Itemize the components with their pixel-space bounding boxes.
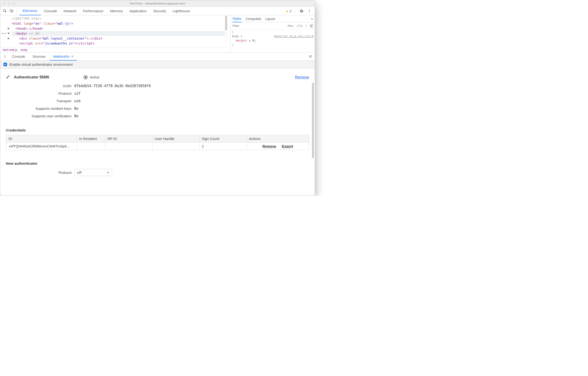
tab-security[interactable]: Security [150, 7, 169, 15]
svg-point-7 [4, 56, 5, 57]
inspect-icon[interactable] [2, 8, 8, 14]
expand-icon[interactable] [8, 37, 10, 40]
new-auth-heading: New authenticator [6, 161, 309, 166]
styles-filter-input[interactable] [233, 24, 284, 28]
credentials-heading: Credentials [6, 128, 309, 132]
tab-console[interactable]: Console [41, 7, 60, 15]
styles-body[interactable]: } body { material.te…k.min.css:8 margin:… [231, 30, 315, 52]
cls-button[interactable]: .cls [296, 24, 302, 28]
srk-label: Supports resident keys [6, 106, 74, 111]
protocol-label: Protocol [6, 91, 74, 95]
svg-point-8 [4, 57, 5, 58]
window-scrollbar[interactable] [311, 24, 314, 193]
styles-tab-computed[interactable]: Computed [246, 15, 261, 22]
titlebar: DevTools - webauthndemo.appspot.com/ [0, 0, 315, 7]
warning-count: 3 [289, 9, 291, 13]
styles-tab-styles[interactable]: Styles [233, 15, 241, 22]
brace: } [232, 43, 313, 47]
dom-scrollbar[interactable] [225, 15, 227, 42]
edit-icon[interactable] [6, 75, 10, 80]
breadcrumb: html.mdl-js body [0, 47, 230, 52]
remove-authenticator-link[interactable]: Remove [295, 75, 309, 79]
warning-badge[interactable]: ▲ 3 [286, 9, 291, 13]
styles-tabs: Styles Computed Layout » [231, 15, 315, 22]
drawer-tab-sources[interactable]: Sources [29, 52, 49, 61]
dom-tree-panel: <!DOCTYPE html> <html lang="en" class="m… [0, 15, 230, 52]
cred-id: +bfTQHHRzKOfhilMnvIvCIkWTm5p9… [6, 143, 77, 150]
selection-dots: ••• [1, 31, 6, 36]
th-resident[interactable]: Is Resident [77, 135, 105, 143]
styles-more-icon[interactable]: » [311, 15, 313, 22]
styles-selector: body { [232, 34, 242, 38]
hov-button[interactable]: :hov [287, 24, 293, 28]
authenticator-header: Authenticator 958f6 Active Remove [6, 75, 309, 80]
new-auth-protocol-row: Protocol u2f ▼ [6, 169, 309, 176]
drawer-tab-webauthn[interactable]: WebAuthn✕ [50, 52, 77, 61]
divider [295, 9, 295, 13]
th-id[interactable]: ID [6, 135, 77, 143]
prop-name[interactable]: margin [236, 39, 246, 42]
tab-memory[interactable]: Memory [107, 7, 126, 15]
suv-label: Supports user verification [6, 114, 74, 118]
warning-icon: ▲ [286, 9, 289, 13]
drawer-kebab-icon[interactable] [2, 53, 8, 60]
active-radio[interactable]: Active [84, 75, 99, 79]
drawer-tab-console[interactable]: Console [9, 52, 28, 61]
cred-sign-count: 2 [199, 143, 247, 150]
tab-performance[interactable]: Performance [80, 7, 107, 15]
tab-application[interactable]: Application [126, 7, 150, 15]
cred-actions: Remove Export [247, 143, 309, 150]
active-label: Active [90, 75, 99, 79]
devtools-window: DevTools - webauthndemo.appspot.com/ Ele… [0, 0, 315, 196]
main-tabs: Elements Console Network Performance Mem… [18, 7, 285, 15]
cred-remove-link[interactable]: Remove [262, 144, 276, 148]
styles-source-link[interactable]: material.te…k.min.css:8 [274, 34, 313, 38]
tab-lighthouse[interactable]: Lighthouse [169, 7, 193, 15]
new-auth-protocol-select[interactable]: u2f ▼ [74, 169, 112, 176]
styles-tab-layout[interactable]: Layout [265, 15, 275, 22]
tabbar-right: ▲ 3 [286, 8, 313, 14]
styles-filter-row: :hov .cls ＋ ◧ [231, 22, 315, 30]
svg-point-5 [309, 12, 310, 12]
svg-point-6 [4, 55, 5, 56]
uuid-value: 07b4db54-7538-4f78-8a36-9bd387d958f6 [74, 84, 151, 88]
transport-value: usb [74, 99, 81, 103]
th-user-handle[interactable]: User Handle [152, 135, 199, 143]
breadcrumb-item[interactable]: html.mdl-js [3, 48, 17, 52]
srk-value: No [74, 106, 78, 111]
styles-panel: Styles Computed Layout » :hov .cls ＋ ◧ }… [230, 15, 315, 52]
tab-network[interactable]: Network [60, 7, 80, 15]
prop-value[interactable]: 0; [253, 39, 256, 42]
collapse-icon[interactable] [8, 33, 10, 34]
add-rule-icon[interactable]: ＋ [305, 24, 308, 28]
tab-elements[interactable]: Elements [19, 7, 41, 15]
select-value: u2f [77, 171, 81, 174]
breadcrumb-item[interactable]: body [21, 48, 27, 52]
th-rpid[interactable]: RP ID [105, 135, 152, 143]
divider [16, 9, 17, 13]
dom-tree[interactable]: <!DOCTYPE html> <html lang="en" class="m… [0, 15, 230, 47]
th-actions: Actions [247, 135, 309, 143]
expand-icon[interactable]: ▶ [249, 39, 251, 42]
kebab-icon[interactable] [306, 8, 312, 14]
transport-label: Transport [6, 99, 74, 103]
gear-icon[interactable] [298, 8, 304, 14]
expand-icon[interactable] [8, 27, 10, 30]
close-tab-icon[interactable]: ✕ [71, 55, 74, 58]
device-toggle-icon[interactable] [8, 8, 14, 14]
svg-rect-1 [10, 10, 12, 12]
th-sign-count[interactable]: Sign Count [199, 135, 247, 143]
window-title: DevTools - webauthndemo.appspot.com/ [0, 2, 315, 5]
table-header-row: ID Is Resident RP ID User Handle Sign Co… [6, 135, 309, 143]
cred-export-link[interactable]: Export [282, 144, 293, 148]
enable-checkbox[interactable] [3, 63, 7, 66]
new-auth-protocol-label: Protocol [6, 171, 74, 175]
cred-user-handle [152, 143, 199, 150]
suv-value: No [74, 114, 78, 118]
credentials-table: ID Is Resident RP ID User Handle Sign Co… [6, 135, 309, 150]
svg-point-4 [309, 10, 310, 11]
chevron-down-icon: ▼ [107, 171, 109, 174]
authenticator-title: Authenticator 958f6 [14, 75, 49, 79]
table-row[interactable]: +bfTQHHRzKOfhilMnvIvCIkWTm5p9… 2 Remove … [6, 143, 309, 150]
enable-label: Enable virtual authenticator environment [10, 63, 73, 66]
